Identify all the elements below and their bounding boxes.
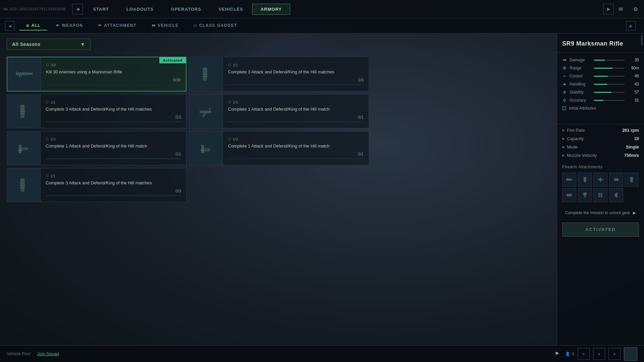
- stat-bar-damage: [594, 60, 625, 61]
- tab-start[interactable]: START: [85, 4, 117, 15]
- svg-point-59: [567, 194, 569, 196]
- join-squad-link[interactable]: Join Squad: [37, 351, 59, 356]
- sub-tab-class-gadget[interactable]: ⬡ CLASS GADGET: [187, 21, 244, 31]
- range-icon: [562, 66, 567, 70]
- mission-progress-6: 0/1: [228, 152, 364, 157]
- season-dropdown[interactable]: All Seasons ▼: [7, 39, 91, 50]
- mission-progress-bar-1: [46, 84, 181, 85]
- weapon-details-panel: SR9 Marksman Rifle Damage 35 Range: [557, 34, 644, 362]
- mission-progress-1: 0/30: [46, 78, 181, 82]
- svg-rect-1: [59, 25, 59, 25]
- svg-rect-23: [200, 111, 211, 113]
- stat-fill-damage: [594, 60, 605, 61]
- weapon-icon: [56, 23, 60, 28]
- mission-card-5[interactable]: ⬡ 1/3 Complete 1 Attack and Defend/King …: [7, 131, 186, 165]
- mission-info-2: ⬡ 1/1 Complete 3 Attack and Defend/King …: [223, 59, 369, 89]
- stat-fill-range: [594, 68, 612, 69]
- tab-armory[interactable]: ARMORY: [252, 4, 290, 15]
- svg-rect-0: [56, 24, 59, 26]
- svg-rect-29: [204, 148, 210, 152]
- mission-progress-bar-2: [228, 84, 364, 85]
- unlock-text: Complete the mission to unlock gear ▶: [557, 207, 644, 219]
- add-btn-3[interactable]: +: [608, 348, 621, 360]
- nav-left-icon[interactable]: ◀: [72, 4, 83, 14]
- player-icon: 👤: [565, 352, 570, 356]
- mission-info-5: ⬡ 1/3 Complete 1 Attack and Defend/King …: [41, 133, 186, 163]
- attach-slot-5[interactable]: [625, 173, 639, 187]
- svg-rect-2: [57, 26, 57, 26]
- stat-value-damage: 35: [627, 58, 639, 62]
- svg-rect-41: [564, 83, 565, 84]
- mission-tier-7: ⬡ 1/1: [46, 174, 181, 178]
- sub-tab-vehicle[interactable]: VEHICLE: [145, 21, 185, 31]
- add-btn-2[interactable]: +: [593, 348, 605, 360]
- attach-slot-3[interactable]: [593, 173, 607, 187]
- mission-card-2[interactable]: ⬡ 1/1 Complete 3 Attack and Defend/King …: [189, 57, 369, 92]
- nav-tabs: START LOADOUTS OPERATORS VEHICLES ARMORY: [85, 4, 603, 15]
- stat-fill-handling: [594, 84, 607, 85]
- mission-tier-6: ⬡ 1/3: [228, 137, 364, 141]
- nav-right-icon[interactable]: ▶: [603, 4, 614, 14]
- player-avatar: [624, 347, 637, 361]
- mission-card-1[interactable]: Activated ⬡ 3/3 Kill 30 enemies using a …: [7, 57, 186, 92]
- add-btn-1[interactable]: +: [578, 348, 590, 360]
- mission-desc-4: Complete 1 Attack and Defend/King of the…: [228, 106, 364, 112]
- mission-progress-7: 0/3: [46, 189, 181, 193]
- unlock-arrow-icon: ▶: [633, 210, 636, 215]
- attr-bullet-mode: [562, 146, 564, 148]
- panel-divider: [557, 124, 644, 124]
- svg-rect-52: [584, 177, 586, 178]
- missions-grid: Activated ⬡ 3/3 Kill 30 enemies using a …: [7, 57, 369, 202]
- attach-slot-6[interactable]: [562, 188, 576, 202]
- initial-attrs-toggle[interactable]: Initial Attributes: [562, 106, 639, 111]
- stat-value-accuracy: 31: [627, 98, 639, 103]
- svg-rect-40: [563, 84, 566, 85]
- mission-img-6: [190, 131, 223, 165]
- gadget-icon: ⬡: [194, 24, 197, 27]
- sub-nav-right-btn[interactable]: ▶: [626, 21, 636, 31]
- player-count: 👤 0: [565, 352, 574, 356]
- svg-point-7: [154, 26, 155, 27]
- mission-img-5: [7, 131, 41, 165]
- svg-rect-21: [20, 111, 25, 112]
- settings-button[interactable]: ⚙: [631, 4, 641, 14]
- mission-card-6[interactable]: ⬡ 1/3 Complete 1 Attack and Defend/King …: [189, 131, 369, 165]
- attach-slot-8[interactable]: [593, 188, 607, 202]
- all-icon: ⊞: [26, 24, 30, 27]
- tab-vehicles[interactable]: VEHICLES: [210, 4, 252, 15]
- attr-name-fire-rate: Fire Rate: [562, 128, 622, 133]
- svg-rect-9: [29, 73, 33, 75]
- stat-value-control: 45: [627, 74, 639, 78]
- stat-fill-control: [594, 76, 608, 77]
- stat-name-accuracy: Accuracy: [570, 98, 591, 103]
- attr-capacity: Capacity 10: [562, 136, 639, 141]
- attachments-row-2: [562, 188, 639, 202]
- mission-card-4[interactable]: ⬡ 1/3 Complete 1 Attack and Defend/King …: [189, 94, 369, 128]
- attach-slot-2[interactable]: [578, 173, 592, 187]
- mail-button[interactable]: ✉: [615, 4, 626, 14]
- stat-name-range: Range: [570, 66, 591, 70]
- initial-attrs-checkbox[interactable]: [562, 106, 566, 110]
- svg-rect-55: [600, 180, 601, 182]
- attach-slot-7[interactable]: [578, 188, 592, 202]
- main-content: All Seasons ▼ Activated: [0, 34, 644, 362]
- svg-rect-27: [18, 150, 22, 151]
- tier-icon-3: ⬡: [46, 100, 49, 104]
- mission-progress-3: 0/3: [46, 115, 181, 120]
- sub-tab-all[interactable]: ⊞ ALL: [19, 21, 47, 31]
- svg-point-6: [152, 26, 153, 27]
- sub-nav-left-btn[interactable]: ◀: [5, 21, 14, 31]
- attach-slot-1[interactable]: [562, 173, 576, 187]
- mission-card-3[interactable]: ⬡ 1/1 Complete 3 Attack and Defend/King …: [7, 94, 186, 128]
- mission-card-7[interactable]: ⬡ 1/1 Complete 3 Attack and Defend/King …: [7, 168, 186, 202]
- tab-operators[interactable]: OPERATORS: [163, 4, 210, 15]
- attach-slot-9[interactable]: [609, 188, 623, 202]
- activated-button[interactable]: ACTIVATED: [562, 223, 639, 237]
- svg-rect-11: [21, 75, 22, 77]
- attach-slot-4[interactable]: [609, 173, 623, 187]
- uid-text: WW.UID:18921918779213369269B: [3, 7, 65, 11]
- sub-tab-weapon[interactable]: WEAPON: [49, 21, 90, 31]
- sub-tab-attachment[interactable]: ATTACHMENT: [91, 21, 143, 31]
- tab-loadouts[interactable]: LOADOUTS: [118, 4, 162, 15]
- flag-icon-btn[interactable]: ⚑: [552, 349, 562, 359]
